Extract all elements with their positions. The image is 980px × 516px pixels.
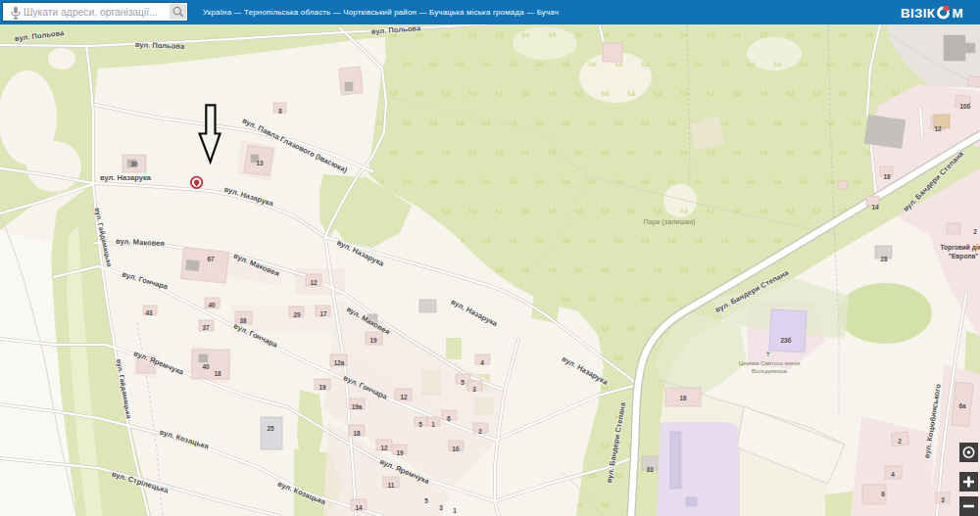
svg-text:Парк (залишки): Парк (залишки) <box>644 217 696 226</box>
svg-text:14: 14 <box>871 204 879 211</box>
svg-text:19: 19 <box>369 337 377 344</box>
svg-text:33: 33 <box>646 466 654 473</box>
svg-text:Церква Святого князя: Церква Святого князя <box>739 359 801 366</box>
svg-text:8: 8 <box>278 108 282 115</box>
svg-text:11: 11 <box>388 482 395 489</box>
svg-text:10б: 10б <box>959 103 970 110</box>
svg-text:Володимира: Володимира <box>752 367 788 374</box>
svg-text:М: М <box>953 6 963 21</box>
svg-text:5: 5 <box>418 421 422 428</box>
svg-text:23б: 23б <box>780 337 791 344</box>
svg-text:25: 25 <box>267 425 274 432</box>
svg-text:1б: 1б <box>452 446 460 452</box>
svg-text:3: 3 <box>941 496 945 503</box>
svg-text:12: 12 <box>934 125 942 132</box>
svg-text:6: 6 <box>447 415 451 422</box>
svg-text:6а: 6а <box>958 402 966 409</box>
svg-text:18: 18 <box>214 370 221 377</box>
svg-text:5: 5 <box>461 379 465 386</box>
svg-text:37: 37 <box>202 324 210 331</box>
svg-text:17: 17 <box>319 310 327 317</box>
svg-text:2: 2 <box>478 428 482 435</box>
svg-text:40: 40 <box>202 363 210 370</box>
svg-text:3: 3 <box>439 504 443 511</box>
svg-text:18: 18 <box>883 173 891 180</box>
svg-text:14: 14 <box>355 504 363 511</box>
svg-text:3: 3 <box>472 386 476 393</box>
svg-text:12: 12 <box>380 445 388 451</box>
svg-text:28: 28 <box>880 256 888 262</box>
svg-text:12: 12 <box>400 394 408 400</box>
svg-text:2: 2 <box>973 228 977 235</box>
svg-text:29: 29 <box>293 311 301 318</box>
svg-text:19: 19 <box>396 449 404 456</box>
svg-text:19а: 19а <box>352 403 363 410</box>
svg-text:"Европа": "Европа" <box>949 253 978 260</box>
svg-text:4: 4 <box>891 471 895 478</box>
svg-text:2: 2 <box>898 438 902 445</box>
svg-text:1: 1 <box>453 507 457 514</box>
svg-text:ВІЗІК: ВІЗІК <box>901 6 936 21</box>
svg-text:6: 6 <box>881 491 885 497</box>
svg-text:5: 5 <box>424 497 428 504</box>
svg-text:40: 40 <box>208 302 216 308</box>
svg-text:12: 12 <box>310 279 318 286</box>
svg-text:16: 16 <box>679 395 687 401</box>
svg-text:13: 13 <box>256 160 264 166</box>
svg-text:67: 67 <box>207 256 215 262</box>
svg-text:вул. Назарука: вул. Назарука <box>100 173 152 182</box>
svg-text:30: 30 <box>130 161 138 167</box>
svg-text:Торговий дім: Торговий дім <box>940 244 980 252</box>
svg-text:12а: 12а <box>334 359 345 366</box>
svg-text:38: 38 <box>239 317 247 324</box>
svg-text:19: 19 <box>318 384 326 391</box>
svg-text:18: 18 <box>353 430 361 437</box>
svg-text:4: 4 <box>480 359 484 366</box>
svg-text:43: 43 <box>145 309 153 316</box>
svg-text:✝: ✝ <box>765 351 771 357</box>
svg-text:1: 1 <box>431 421 435 428</box>
svg-text:вул. Польова: вул. Польова <box>135 40 186 51</box>
